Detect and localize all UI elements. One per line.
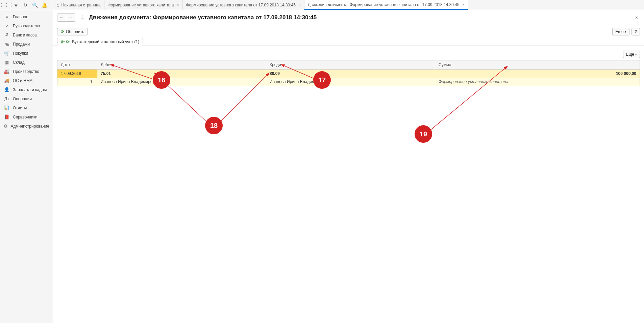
accounting-tab[interactable]: Дт Кт Бухгалтерский и налоговый учет (1) <box>57 38 143 46</box>
sidebar-item-operations[interactable]: ДтОперации <box>0 94 53 103</box>
sidebar-item-refs[interactable]: 📕Справочники <box>0 112 53 122</box>
sidebar-label: Отчеты <box>13 106 27 110</box>
action-bar: ⟳ Обновить Еще ? <box>53 25 644 38</box>
cell-debit-account: 75.01 <box>97 70 266 78</box>
sidebar-item-warehouse[interactable]: ▦Склад <box>0 58 53 67</box>
annotation-arrows <box>53 46 644 323</box>
cell-credit-subject: Иванова Ирина Владимировна <box>266 78 435 86</box>
tab-doc1-label: Формирование уставного капитала <box>108 3 174 7</box>
menu-icon: ≡ <box>3 14 10 19</box>
sidebar-label: Склад <box>13 60 25 65</box>
sidebar-item-manager[interactable]: ↗Руководителю <box>0 21 53 30</box>
factory-icon: 🏭 <box>3 69 10 74</box>
cell-rownum: 1 <box>57 78 97 86</box>
sidebar-label: Главное <box>13 15 28 19</box>
bell-icon[interactable]: 🔔 <box>40 1 49 9</box>
more-label: Еще <box>615 29 623 34</box>
sidebar-label: Банк и касса <box>13 33 37 37</box>
favorite-button[interactable]: ☆ <box>79 14 86 21</box>
cart-icon: 🛒 <box>3 51 10 56</box>
sidebar-label: Справочники <box>13 115 38 119</box>
annotation-17: 17 <box>313 71 331 89</box>
page-title: Движения документа: Формирование уставно… <box>89 14 317 21</box>
sidebar-item-assets[interactable]: 🚚ОС и НМА <box>0 76 53 85</box>
tab-doc3[interactable]: Движения документа: Формирование уставно… <box>304 0 468 10</box>
cell-credit-account: 80.09 <box>266 70 435 78</box>
close-icon[interactable]: × <box>462 2 465 7</box>
header-debit[interactable]: Дебет <box>97 60 266 69</box>
cell-debit-subject: Иванова Ирина Владимировна <box>97 78 266 86</box>
data-table: Дата Дебет Кредит Сумма 17.09.2018 75.01… <box>57 60 640 86</box>
debit-credit-icon: Дт <box>3 96 10 101</box>
sidebar-label: Операции <box>13 97 32 101</box>
sidebar-label: Покупки <box>13 51 28 56</box>
tab-home-label: Начальная страница <box>61 3 100 7</box>
header-credit[interactable]: Кредит <box>266 60 435 69</box>
sidebar-item-main[interactable]: ≡Главное <box>0 12 53 21</box>
sidebar-item-bank[interactable]: ₽Банк и касса <box>0 30 53 39</box>
sidebar-item-production[interactable]: 🏭Производство <box>0 67 53 76</box>
tab-doc1[interactable]: Формирование уставного капитала× <box>104 0 183 10</box>
header-date[interactable]: Дата <box>57 60 97 69</box>
gear-icon: ⚙ <box>3 124 8 129</box>
refresh-icon: ⟳ <box>61 29 64 34</box>
sidebar-item-salary[interactable]: 👤Зарплата и кадры <box>0 85 53 94</box>
more-label: Еще <box>626 52 634 57</box>
sidebar: ≡Главное ↗Руководителю ₽Банк и касса 🛍Пр… <box>0 10 53 323</box>
bag-icon: 🛍 <box>3 42 10 47</box>
sidebar-label: Администрирование <box>11 124 49 129</box>
more-button[interactable]: Еще <box>612 28 629 35</box>
accounting-tab-label: Бухгалтерский и налоговый учет (1) <box>72 39 139 44</box>
search-icon[interactable]: 🔍 <box>30 1 39 9</box>
accounting-icon: Дт Кт <box>61 40 70 44</box>
tab-doc3-label: Движения документа: Формирование уставно… <box>308 2 460 7</box>
tab-doc2[interactable]: Формирование уставного капитала от 17.09… <box>182 0 304 10</box>
table-wrap: Еще Дата Дебет Кредит Сумма 17.09.2018 7… <box>53 46 644 323</box>
table-header: Дата Дебет Кредит Сумма <box>57 60 640 70</box>
book-icon: 📕 <box>3 114 10 119</box>
table-row[interactable]: 1 Иванова Ирина Владимировна Иванова Ири… <box>57 78 640 86</box>
table-more-button[interactable]: Еще <box>623 51 640 58</box>
section-tabs: Дт Кт Бухгалтерский и налоговый учет (1) <box>53 37 644 46</box>
close-icon[interactable]: × <box>298 3 301 7</box>
person-icon: 👤 <box>3 87 10 92</box>
system-icons: ⋮⋮⋮ ★ ↻ 🔍 🔔 <box>0 0 53 10</box>
sidebar-item-reports[interactable]: 📊Отчеты <box>0 103 53 112</box>
tabs-bar: Начальная страница Формирование уставног… <box>53 0 468 10</box>
sidebar-item-admin[interactable]: ⚙Администрирование <box>0 122 53 131</box>
sidebar-item-sales[interactable]: 🛍Продажи <box>0 39 53 49</box>
sidebar-label: Руководителю <box>13 24 40 28</box>
sidebar-label: Продажи <box>13 42 30 47</box>
tab-home[interactable]: Начальная страница <box>53 0 104 10</box>
truck-icon: 🚚 <box>3 78 10 83</box>
forward-button[interactable]: → <box>66 14 75 21</box>
annotation-18: 18 <box>205 117 223 134</box>
content-area: ← → ☆ Движения документа: Формирование у… <box>53 10 644 323</box>
sidebar-label: ОС и НМА <box>13 78 32 83</box>
close-button[interactable]: × <box>633 15 640 20</box>
header-bar: ← → ☆ Движения документа: Формирование у… <box>53 10 644 25</box>
nav-buttons: ← → <box>57 14 75 22</box>
sidebar-label: Зарплата и кадры <box>13 87 47 92</box>
star-icon[interactable]: ★ <box>11 1 20 9</box>
header-sum[interactable]: Сумма <box>435 60 640 69</box>
apps-icon[interactable]: ⋮⋮⋮ <box>2 1 11 9</box>
annotation-16: 16 <box>153 71 170 89</box>
trend-icon: ↗ <box>3 23 10 28</box>
top-toolbar: ⋮⋮⋮ ★ ↻ 🔍 🔔 Начальная страница Формирова… <box>0 0 644 10</box>
cell-sum: 100 000,00 <box>435 70 640 78</box>
refresh-button[interactable]: ⟳ Обновить <box>57 28 88 35</box>
close-icon[interactable]: × <box>176 3 179 7</box>
chart-icon: 📊 <box>3 105 10 110</box>
sidebar-label: Производство <box>13 69 39 74</box>
back-button[interactable]: ← <box>57 14 66 21</box>
cell-note: Формирование уставного капитала <box>435 78 640 86</box>
help-button[interactable]: ? <box>631 28 640 35</box>
boxes-icon: ▦ <box>3 60 10 65</box>
ruble-icon: ₽ <box>3 32 10 37</box>
history-icon[interactable]: ↻ <box>21 1 30 9</box>
cell-date: 17.09.2018 <box>57 70 97 78</box>
sidebar-item-purchases[interactable]: 🛒Покупки <box>0 49 53 58</box>
table-row[interactable]: 17.09.2018 75.01 80.09 100 000,00 <box>57 70 640 78</box>
refresh-label: Обновить <box>66 29 84 34</box>
